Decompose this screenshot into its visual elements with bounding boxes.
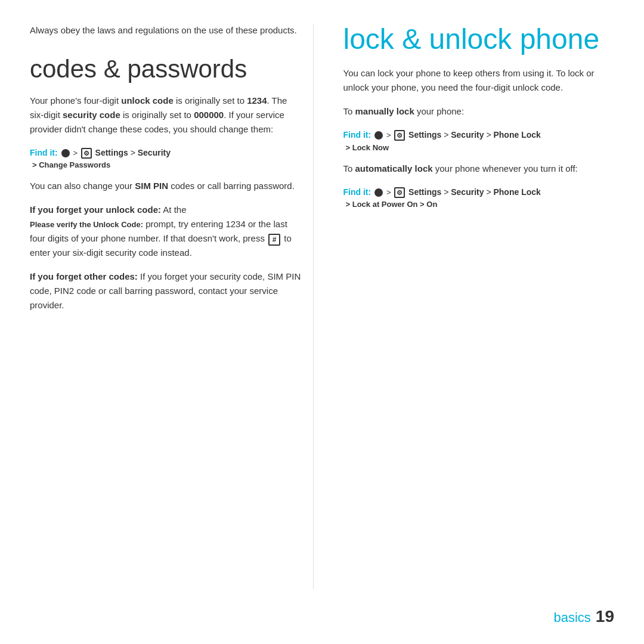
nav-dot-icon-1 <box>61 149 70 157</box>
settings-icon-3: ⚙ <box>394 187 405 198</box>
arrow-icon-1: > <box>73 148 79 157</box>
find-it-label-3: Find it: <box>343 187 371 197</box>
footer-area: basics 19 <box>0 601 644 644</box>
find-it-sub-1: > Change Passwords <box>32 160 301 169</box>
paragraph-unlock-code: Your phone's four-digit unlock code is o… <box>30 94 301 137</box>
find-it-path-1: Settings > Security <box>95 148 171 157</box>
content-area: Always obey the laws and regulations on … <box>0 0 644 601</box>
hash-icon: # <box>268 234 280 246</box>
left-column: Always obey the laws and regulations on … <box>30 24 314 589</box>
find-it-sub-2: > Lock Now <box>346 143 615 152</box>
left-section-title: codes & passwords <box>30 55 301 83</box>
page-container: Always obey the laws and regulations on … <box>0 0 644 644</box>
paragraph-auto-lock: To automatically lock your phone wheneve… <box>343 162 615 176</box>
find-it-block-2: Find it: > ⚙ Settings > Security > Phone… <box>343 128 615 152</box>
find-it-path-3: Settings > Security > Phone Lock <box>408 187 541 197</box>
find-it-line-3: Find it: > ⚙ Settings > Security > Phone… <box>343 185 615 199</box>
footer-page-number: 19 <box>596 607 614 626</box>
settings-icon-2: ⚙ <box>394 130 405 141</box>
find-it-sub-3: > Lock at Power On > On <box>346 200 615 209</box>
paragraph-manually-lock: To manually lock your phone: <box>343 104 615 119</box>
find-it-path-2: Settings > Security > Phone Lock <box>408 130 541 140</box>
find-it-label-1: Find it: <box>30 148 58 157</box>
paragraph-sim-pin: You can also change your SIM PIN codes o… <box>30 179 301 193</box>
arrow-icon-3: > <box>386 188 393 197</box>
find-it-block-3: Find it: > ⚙ Settings > Security > Phone… <box>343 185 615 209</box>
paragraph-forget-other: If you forget other codes: If you forget… <box>30 270 301 312</box>
right-section-title: lock & unlock phone <box>343 24 615 55</box>
find-it-label-2: Find it: <box>343 130 371 140</box>
find-it-line-1: Find it: > ⚙ Settings > Security <box>30 146 301 160</box>
paragraph-forget-unlock: If you forget your unlock code: At the P… <box>30 203 301 260</box>
right-column: lock & unlock phone You can lock your ph… <box>338 24 615 589</box>
nav-dot-icon-2 <box>374 131 383 140</box>
arrow-icon-2: > <box>386 131 393 140</box>
intro-text: Always obey the laws and regulations on … <box>30 24 301 38</box>
nav-dot-icon-3 <box>374 188 383 197</box>
find-it-block-1: Find it: > ⚙ Settings > Security > Chang… <box>30 146 301 170</box>
footer-basics-label: basics <box>553 610 590 626</box>
settings-icon-1: ⚙ <box>81 148 92 159</box>
footer-right: basics 19 <box>553 607 614 626</box>
find-it-line-2: Find it: > ⚙ Settings > Security > Phone… <box>343 128 615 142</box>
paragraph-lock-intro: You can lock your phone to keep others f… <box>343 66 615 95</box>
please-verify-label: Please verify the Unlock Code: <box>30 220 143 229</box>
